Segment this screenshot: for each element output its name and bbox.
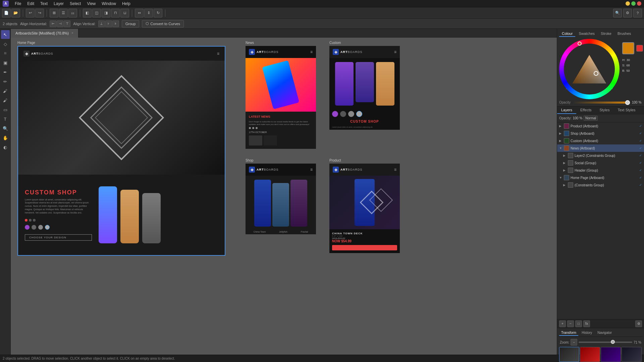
- text-styles-tab[interactable]: Text Styles: [613, 107, 639, 114]
- layer-product[interactable]: ▶ Product (Artboard) ✓: [557, 122, 644, 130]
- align-h-center-btn[interactable]: ⊣: [57, 20, 63, 27]
- brushes-tab[interactable]: Brushes: [615, 31, 634, 37]
- opacity-handle[interactable]: [625, 100, 630, 105]
- grid-button[interactable]: ⊞: [50, 9, 58, 17]
- canvas-viewport[interactable]: Home Page ◆ ARTBOARDS ≡: [11, 38, 557, 355]
- navigator-tab[interactable]: Navigator: [595, 330, 614, 336]
- open-button[interactable]: 📂: [11, 9, 20, 17]
- align-right-btn[interactable]: ◨: [102, 9, 110, 17]
- colour-wheel[interactable]: [559, 39, 620, 99]
- pencil-tool[interactable]: ✏: [1, 77, 10, 86]
- artboard-custom[interactable]: Custom ◆ ARTBOARDS ≡: [329, 41, 407, 152]
- layer-vis-news[interactable]: ✓: [639, 146, 642, 150]
- pen-tool[interactable]: ✒: [1, 68, 10, 76]
- thumb-3[interactable]: [601, 347, 621, 362]
- align-v-center-btn[interactable]: ⊦: [105, 20, 112, 27]
- menu-edit[interactable]: Edit: [27, 1, 34, 6]
- news-menu-icon[interactable]: ≡: [310, 50, 313, 54]
- minimize-button[interactable]: [626, 1, 630, 6]
- layer-header[interactable]: ▶ Header (Group) ✓: [561, 167, 644, 174]
- tab-close-btn[interactable]: ×: [71, 31, 73, 35]
- select-tool[interactable]: ↖: [1, 30, 10, 39]
- blend-mode-select[interactable]: Normal: [584, 116, 598, 121]
- maximize-button[interactable]: [631, 1, 636, 6]
- artboard-shop[interactable]: Shop ◆ ARTBOARDS ≡: [246, 159, 323, 256]
- foreground-colour[interactable]: [622, 42, 634, 54]
- align-center-btn[interactable]: ◫: [92, 9, 101, 17]
- fill-tool[interactable]: ▣: [1, 58, 10, 67]
- choose-design-button[interactable]: CHOOSE YOUR DESIGN: [25, 234, 92, 241]
- layer-shop[interactable]: ▶ Shop (Artboard) ✓: [557, 130, 644, 137]
- group-button[interactable]: Group: [122, 20, 140, 27]
- custom-menu-icon[interactable]: ≡: [394, 50, 396, 54]
- layer-vis-layer2[interactable]: ✓: [639, 154, 642, 157]
- artboard-home[interactable]: Home Page ◆ ARTBOARDS ≡: [17, 41, 239, 256]
- product-buy-btn[interactable]: [332, 245, 397, 250]
- document-tab[interactable]: ArtboardsSite [Modified] (70.8%) ×: [11, 29, 78, 38]
- menu-view[interactable]: View: [87, 1, 96, 6]
- align-bottom-btn[interactable]: ⊔: [120, 9, 129, 17]
- text-tool[interactable]: T: [1, 115, 10, 123]
- background-colour[interactable]: [636, 45, 643, 52]
- convert-curves-button[interactable]: ⬡ Convert to Curves: [142, 20, 184, 27]
- layer-vis-custom[interactable]: ✓: [639, 139, 642, 142]
- layer-layer2[interactable]: ▶ Layer2 (Constraints Group) ✓: [561, 152, 644, 159]
- brush-tool[interactable]: 🖌: [1, 86, 10, 95]
- zoom-handle[interactable]: [611, 340, 615, 344]
- history-tab[interactable]: History: [580, 330, 594, 336]
- transform-tab[interactable]: Transform: [559, 330, 578, 336]
- zoom-out-btn[interactable]: −: [571, 339, 577, 346]
- thumb-1[interactable]: [559, 347, 579, 362]
- layer-homepage[interactable]: ▼ Home Page (Artboard) ✓: [557, 174, 644, 181]
- layer-add-btn[interactable]: +: [559, 320, 566, 327]
- effects-tab[interactable]: Effects: [576, 107, 595, 114]
- undo-button[interactable]: ↩: [26, 9, 35, 17]
- layer-delete-btn[interactable]: −: [567, 320, 574, 327]
- paint-tool[interactable]: 🖌: [1, 96, 10, 105]
- zoom-tool[interactable]: 🔍: [1, 124, 10, 133]
- menu-text[interactable]: Text: [40, 1, 48, 6]
- settings-btn[interactable]: ⚙: [623, 9, 632, 17]
- layer-fx-btn[interactable]: fx: [583, 320, 590, 327]
- thumb-2[interactable]: [580, 347, 600, 362]
- shape-tool[interactable]: ▭: [1, 105, 10, 114]
- artboard-product[interactable]: Product ◆ ARTBOARDS ≡: [329, 159, 407, 256]
- zoom-slider[interactable]: [579, 342, 632, 343]
- layer-vis-homepage[interactable]: ✓: [639, 176, 642, 179]
- opacity-slider[interactable]: [573, 102, 630, 104]
- search-btn[interactable]: 🔍: [613, 9, 622, 17]
- flip-h-btn[interactable]: ⇔: [135, 9, 144, 17]
- shop-menu-icon[interactable]: ≡: [310, 167, 313, 172]
- menu-layer[interactable]: Layer: [54, 1, 64, 6]
- swatches-tab[interactable]: Swatches: [576, 31, 597, 37]
- layer-vis-social[interactable]: ✓: [639, 161, 642, 165]
- layer-social[interactable]: ▶ Social (Group) ✓: [561, 159, 644, 167]
- layer-vis-constraints[interactable]: ✓: [639, 183, 642, 187]
- node-tool[interactable]: ◇: [1, 40, 10, 48]
- flip-v-btn[interactable]: ⇕: [144, 9, 153, 17]
- layer-vis-product[interactable]: ✓: [639, 124, 642, 128]
- crop-tool[interactable]: ⌗: [1, 49, 10, 58]
- menu-select[interactable]: Select: [70, 1, 81, 6]
- help-btn[interactable]: ?: [633, 9, 642, 17]
- styles-tab[interactable]: Styles: [595, 107, 613, 114]
- layer-settings-btn[interactable]: ⚙: [635, 320, 642, 327]
- layer-constraints[interactable]: ▶ (Constraints Group) ✓: [561, 181, 644, 189]
- stroke-tab[interactable]: Stroke: [598, 31, 614, 37]
- close-button[interactable]: [637, 1, 641, 6]
- align-h-left-btn[interactable]: ⊢: [50, 20, 56, 27]
- menu-help[interactable]: Help: [122, 1, 130, 6]
- align-h-right-btn[interactable]: ⊤: [64, 20, 70, 27]
- layer-custom[interactable]: ▶ Custom (Artboard) ✓: [557, 137, 644, 144]
- redo-button[interactable]: ↪: [35, 9, 44, 17]
- colour-tab[interactable]: Colour: [559, 31, 575, 37]
- hand-tool[interactable]: ✋: [1, 133, 10, 142]
- menu-window[interactable]: Window: [102, 1, 116, 6]
- menu-file[interactable]: File: [15, 1, 21, 6]
- align-v-bottom-btn[interactable]: ⊧: [112, 20, 119, 27]
- artboard-news[interactable]: News ◆ ARTBOARDS ≡: [246, 41, 323, 152]
- layers-tab[interactable]: Layers: [557, 107, 576, 114]
- align-v-top-btn[interactable]: ⊥: [98, 20, 105, 27]
- new-button[interactable]: 📄: [2, 9, 11, 17]
- align-top-btn[interactable]: ⊓: [111, 9, 120, 17]
